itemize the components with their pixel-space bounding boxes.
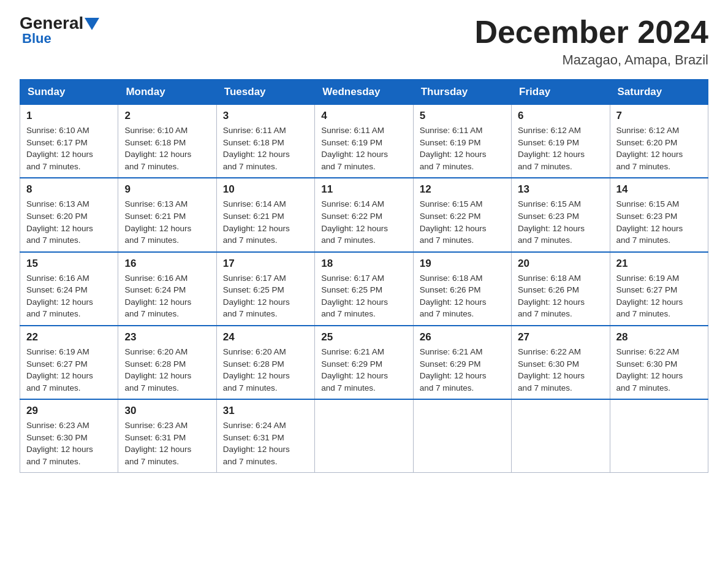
day-number: 1 [26, 110, 112, 122]
day-info: Sunrise: 6:17 AMSunset: 6:25 PMDaylight:… [223, 272, 308, 320]
day-info: Sunrise: 6:15 AMSunset: 6:22 PMDaylight:… [420, 198, 505, 246]
day-info: Sunrise: 6:13 AMSunset: 6:21 PMDaylight:… [124, 198, 210, 246]
logo-general-text: General [20, 15, 83, 32]
logo-blue-text: Blue [22, 31, 51, 47]
day-info: Sunrise: 6:11 AMSunset: 6:19 PMDaylight:… [321, 124, 406, 172]
table-row: 30Sunrise: 6:23 AMSunset: 6:31 PMDayligh… [118, 399, 216, 473]
table-row: 8Sunrise: 6:13 AMSunset: 6:20 PMDaylight… [20, 178, 118, 251]
day-info: Sunrise: 6:20 AMSunset: 6:28 PMDaylight:… [223, 346, 308, 394]
day-number: 7 [616, 110, 702, 122]
col-header-saturday: Saturday [610, 80, 708, 105]
day-number: 20 [518, 258, 603, 270]
day-number: 26 [420, 331, 505, 343]
table-row: 20Sunrise: 6:18 AMSunset: 6:26 PMDayligh… [512, 252, 610, 326]
table-row: 27Sunrise: 6:22 AMSunset: 6:30 PMDayligh… [512, 326, 610, 399]
calendar-week-row: 1Sunrise: 6:10 AMSunset: 6:17 PMDaylight… [20, 105, 708, 178]
col-header-friday: Friday [512, 80, 610, 105]
day-number: 17 [223, 258, 308, 270]
day-number: 29 [26, 405, 112, 417]
table-row: 26Sunrise: 6:21 AMSunset: 6:29 PMDayligh… [413, 326, 511, 399]
day-number: 5 [420, 110, 505, 122]
day-info: Sunrise: 6:21 AMSunset: 6:29 PMDaylight:… [321, 346, 406, 394]
table-row: 1Sunrise: 6:10 AMSunset: 6:17 PMDaylight… [20, 105, 118, 178]
table-row: 31Sunrise: 6:24 AMSunset: 6:31 PMDayligh… [216, 399, 314, 473]
day-info: Sunrise: 6:15 AMSunset: 6:23 PMDaylight:… [616, 198, 702, 246]
day-number: 10 [223, 183, 308, 196]
table-row: 23Sunrise: 6:20 AMSunset: 6:28 PMDayligh… [118, 326, 216, 399]
day-number: 28 [616, 331, 702, 343]
col-header-monday: Monday [118, 80, 216, 105]
day-number: 19 [420, 258, 505, 270]
day-info: Sunrise: 6:14 AMSunset: 6:22 PMDaylight:… [321, 198, 406, 246]
table-row: 22Sunrise: 6:19 AMSunset: 6:27 PMDayligh… [20, 326, 118, 399]
day-info: Sunrise: 6:23 AMSunset: 6:31 PMDaylight:… [124, 419, 210, 467]
day-number: 4 [321, 110, 406, 122]
day-number: 25 [321, 331, 406, 343]
day-number: 3 [223, 110, 308, 122]
day-info: Sunrise: 6:15 AMSunset: 6:23 PMDaylight:… [518, 198, 603, 246]
table-row: 11Sunrise: 6:14 AMSunset: 6:22 PMDayligh… [315, 178, 413, 251]
table-row: 12Sunrise: 6:15 AMSunset: 6:22 PMDayligh… [413, 178, 511, 251]
day-info: Sunrise: 6:14 AMSunset: 6:21 PMDaylight:… [223, 198, 308, 246]
day-info: Sunrise: 6:18 AMSunset: 6:26 PMDaylight:… [518, 272, 603, 320]
day-number: 21 [616, 258, 702, 270]
page-subtitle: Mazagao, Amapa, Brazil [474, 52, 708, 68]
table-row: 21Sunrise: 6:19 AMSunset: 6:27 PMDayligh… [610, 252, 708, 326]
calendar-week-row: 29Sunrise: 6:23 AMSunset: 6:30 PMDayligh… [20, 399, 708, 473]
day-info: Sunrise: 6:11 AMSunset: 6:18 PMDaylight:… [223, 124, 308, 172]
col-header-tuesday: Tuesday [216, 80, 314, 105]
day-number: 27 [518, 331, 603, 343]
day-number: 18 [321, 258, 406, 270]
day-info: Sunrise: 6:10 AMSunset: 6:18 PMDaylight:… [124, 124, 210, 172]
table-row: 9Sunrise: 6:13 AMSunset: 6:21 PMDaylight… [118, 178, 216, 251]
table-row: 4Sunrise: 6:11 AMSunset: 6:19 PMDaylight… [315, 105, 413, 178]
table-row: 18Sunrise: 6:17 AMSunset: 6:25 PMDayligh… [315, 252, 413, 326]
logo-triangle-icon [85, 18, 99, 30]
table-row: 3Sunrise: 6:11 AMSunset: 6:18 PMDaylight… [216, 105, 314, 178]
table-row: 25Sunrise: 6:21 AMSunset: 6:29 PMDayligh… [315, 326, 413, 399]
day-info: Sunrise: 6:13 AMSunset: 6:20 PMDaylight:… [26, 198, 112, 246]
table-row: 13Sunrise: 6:15 AMSunset: 6:23 PMDayligh… [512, 178, 610, 251]
calendar-header-row: SundayMondayTuesdayWednesdayThursdayFrid… [20, 80, 708, 105]
day-info: Sunrise: 6:23 AMSunset: 6:30 PMDaylight:… [26, 419, 112, 467]
day-number: 2 [124, 110, 210, 122]
table-row: 7Sunrise: 6:12 AMSunset: 6:20 PMDaylight… [610, 105, 708, 178]
table-row: 5Sunrise: 6:11 AMSunset: 6:19 PMDaylight… [413, 105, 511, 178]
day-info: Sunrise: 6:24 AMSunset: 6:31 PMDaylight:… [223, 419, 308, 467]
table-row [610, 399, 708, 473]
table-row: 24Sunrise: 6:20 AMSunset: 6:28 PMDayligh… [216, 326, 314, 399]
day-info: Sunrise: 6:19 AMSunset: 6:27 PMDaylight:… [26, 346, 112, 394]
day-number: 23 [124, 331, 210, 343]
day-info: Sunrise: 6:18 AMSunset: 6:26 PMDaylight:… [420, 272, 505, 320]
day-number: 16 [124, 258, 210, 270]
day-info: Sunrise: 6:16 AMSunset: 6:24 PMDaylight:… [124, 272, 210, 320]
day-number: 12 [420, 183, 505, 196]
table-row: 10Sunrise: 6:14 AMSunset: 6:21 PMDayligh… [216, 178, 314, 251]
page-title: December 2024 [474, 15, 708, 50]
table-row [315, 399, 413, 473]
table-row: 17Sunrise: 6:17 AMSunset: 6:25 PMDayligh… [216, 252, 314, 326]
day-info: Sunrise: 6:17 AMSunset: 6:25 PMDaylight:… [321, 272, 406, 320]
day-number: 9 [124, 183, 210, 196]
table-row [413, 399, 511, 473]
calendar-week-row: 8Sunrise: 6:13 AMSunset: 6:20 PMDaylight… [20, 178, 708, 251]
day-number: 24 [223, 331, 308, 343]
day-number: 15 [26, 258, 112, 270]
col-header-wednesday: Wednesday [315, 80, 413, 105]
day-number: 14 [616, 183, 702, 196]
table-row: 19Sunrise: 6:18 AMSunset: 6:26 PMDayligh… [413, 252, 511, 326]
logo: General Blue [20, 15, 99, 47]
day-info: Sunrise: 6:12 AMSunset: 6:19 PMDaylight:… [518, 124, 603, 172]
calendar-week-row: 15Sunrise: 6:16 AMSunset: 6:24 PMDayligh… [20, 252, 708, 326]
table-row: 14Sunrise: 6:15 AMSunset: 6:23 PMDayligh… [610, 178, 708, 251]
calendar-table: SundayMondayTuesdayWednesdayThursdayFrid… [20, 79, 708, 473]
table-row: 28Sunrise: 6:22 AMSunset: 6:30 PMDayligh… [610, 326, 708, 399]
col-header-thursday: Thursday [413, 80, 511, 105]
day-info: Sunrise: 6:20 AMSunset: 6:28 PMDaylight:… [124, 346, 210, 394]
title-block: December 2024 Mazagao, Amapa, Brazil [474, 15, 708, 68]
day-number: 22 [26, 331, 112, 343]
day-info: Sunrise: 6:16 AMSunset: 6:24 PMDaylight:… [26, 272, 112, 320]
table-row: 15Sunrise: 6:16 AMSunset: 6:24 PMDayligh… [20, 252, 118, 326]
day-info: Sunrise: 6:11 AMSunset: 6:19 PMDaylight:… [420, 124, 505, 172]
day-number: 13 [518, 183, 603, 196]
